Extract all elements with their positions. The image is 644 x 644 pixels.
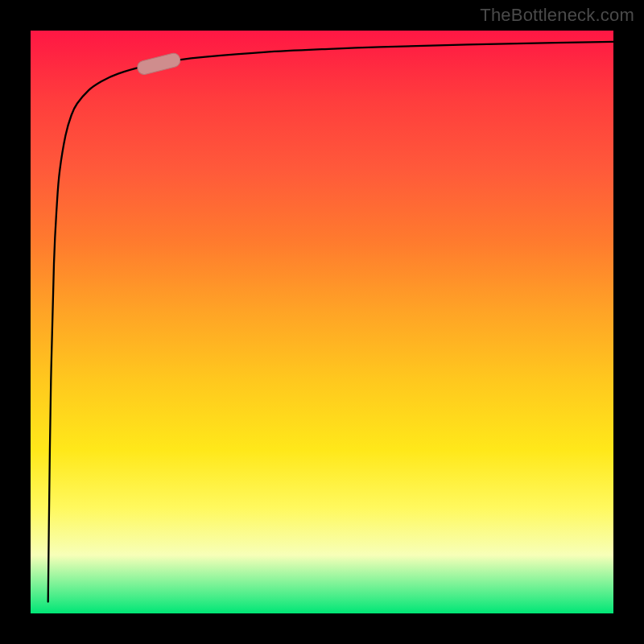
chart-stage: TheBottleneck.com xyxy=(0,0,644,644)
svg-rect-0 xyxy=(136,52,182,76)
watermark-text: TheBottleneck.com xyxy=(480,5,634,26)
curve-marker xyxy=(136,52,182,76)
curve-layer xyxy=(31,31,613,613)
frame-right xyxy=(613,0,644,644)
bottleneck-curve xyxy=(48,42,613,602)
frame-bottom xyxy=(0,613,644,644)
frame-left xyxy=(0,0,31,644)
